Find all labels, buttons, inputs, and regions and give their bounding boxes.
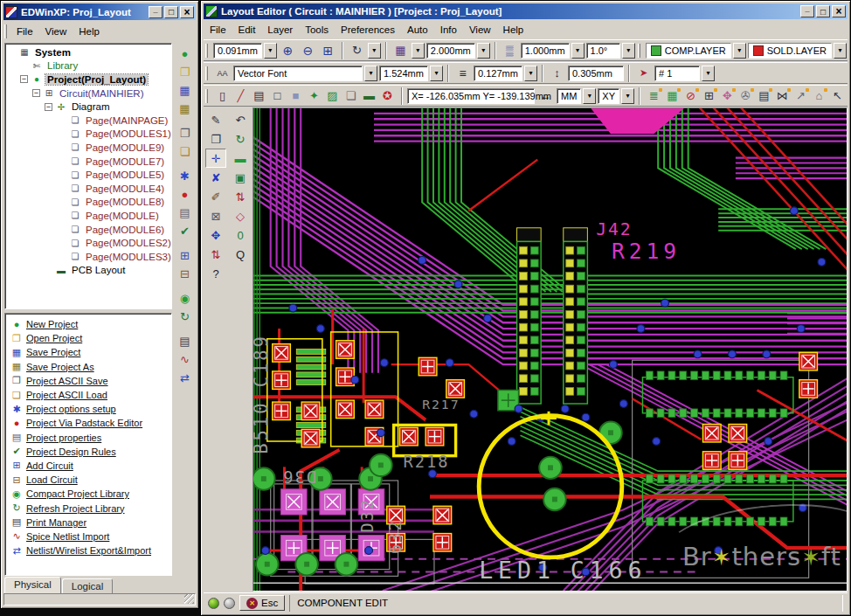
toolbar-grip[interactable] <box>205 66 208 80</box>
measure-icon[interactable]: ↗ <box>792 87 810 105</box>
tree-item[interactable]: ❏ Page(MODULE4) <box>6 182 171 196</box>
track-mode-icon[interactable]: ▬ <box>230 149 251 168</box>
tree-item-label[interactable]: Page(MODULES1) <box>84 128 172 139</box>
project-ascii-load-icon[interactable]: ❏ <box>175 142 196 161</box>
zoom-out-icon[interactable] <box>299 42 317 59</box>
rotate-icon[interactable]: ↻ <box>230 129 251 149</box>
project-window-titlebar[interactable]: EDWinXP: Proj_Layout <box>3 3 196 20</box>
action-link[interactable]: Spice Netlist Import <box>26 531 109 542</box>
tree-item[interactable]: ❏ Page(MODULE8) <box>6 196 171 210</box>
grid-value-field[interactable]: 2.000mm <box>426 43 475 59</box>
tree-expander-icon[interactable]: − <box>20 75 28 83</box>
solder-layer-select[interactable]: SOLD.LAYER <box>748 43 832 59</box>
maximize-button[interactable] <box>164 6 178 18</box>
spice-icon[interactable]: ∿ <box>175 350 196 369</box>
polygon-select-icon[interactable]: ⌂ <box>810 87 828 105</box>
component-layer-select[interactable]: COMP.LAYER <box>646 43 731 59</box>
tree-item[interactable]: ❏ Page(MODULES2) <box>6 236 171 250</box>
tab[interactable]: Logical <box>62 578 113 594</box>
toolbar-grip[interactable] <box>205 44 208 58</box>
tree-item[interactable]: ❏ Page(MAINPAGE) <box>6 114 171 128</box>
save-project-as-icon[interactable]: ▦ <box>175 100 196 118</box>
trace-width-dropdown[interactable] <box>264 43 277 59</box>
action-link-row[interactable]: ↻ Refresh Project Library <box>7 501 171 515</box>
menu-item[interactable]: View <box>39 24 73 38</box>
pin-tool-icon[interactable]: ✪ <box>378 87 397 105</box>
pin-number-dropdown[interactable] <box>702 66 715 81</box>
font-name-field[interactable]: Vector Font <box>233 66 363 81</box>
edit-trace-icon[interactable]: ✐ <box>205 187 226 206</box>
comp-layer-dropdown[interactable] <box>733 43 746 59</box>
open-project-icon[interactable]: ❐ <box>175 63 196 81</box>
toggle-off-on-icon[interactable]: ⇅ <box>205 245 226 264</box>
power-plane-icon[interactable]: ✦ <box>305 87 323 105</box>
load-circuit-icon[interactable]: ⊟ <box>175 265 196 283</box>
origin-icon[interactable]: ◇ <box>230 206 251 225</box>
menu-item[interactable]: Help <box>497 23 530 37</box>
no-entry-icon[interactable]: ⊘ <box>681 87 700 105</box>
esc-button[interactable]: Esc <box>239 595 285 611</box>
action-link-row[interactable]: ⇄ Netlist/Wirelist Export&Import <box>7 543 171 557</box>
action-link-row[interactable]: ▤ Project properties <box>7 431 171 445</box>
menu-item[interactable]: View <box>463 23 497 37</box>
tree-item-label[interactable]: Page(MODULE6) <box>84 225 166 235</box>
action-link[interactable]: Project Design Rules <box>26 446 116 457</box>
menu-item[interactable]: Info <box>434 23 463 37</box>
netlist-icon[interactable]: ⇄ <box>175 369 196 387</box>
menu-item[interactable]: File <box>10 24 39 38</box>
action-link[interactable]: Print Manager <box>26 517 86 528</box>
snap-grid-icon[interactable] <box>501 42 519 59</box>
tree-item-label[interactable]: Diagram <box>70 101 111 112</box>
pick-pin-icon[interactable] <box>634 65 653 82</box>
tree-expander-icon[interactable]: − <box>32 89 40 97</box>
action-link-row[interactable]: ● New Project <box>7 317 171 331</box>
action-link-row[interactable]: ✔ Project Design Rules <box>7 445 171 459</box>
menu-item[interactable]: File <box>204 23 232 37</box>
action-link[interactable]: Load Circuit <box>26 474 78 485</box>
design-rules-icon[interactable]: ✔ <box>175 222 196 240</box>
action-link[interactable]: Netlist/Wirelist Export&Import <box>26 545 151 556</box>
tree-item-label[interactable]: Project(Proj_Layout) <box>45 74 148 85</box>
coord-mode-dropdown[interactable] <box>621 88 634 104</box>
tree-item[interactable]: ❏ Page(MODULE9) <box>6 141 171 155</box>
lock-icon[interactable]: ⊠ <box>205 206 226 225</box>
action-link[interactable]: New Project <box>26 319 78 329</box>
ratsnest-icon[interactable]: ╱ <box>232 87 250 105</box>
toolbar-grip[interactable] <box>205 89 208 103</box>
action-link-row[interactable]: ▦ Save Project As <box>7 360 171 374</box>
via-padstack-icon[interactable]: ● <box>175 185 196 204</box>
rotate-zero-icon[interactable]: 0 <box>230 225 251 245</box>
tree-item-label[interactable]: Page(MODULE7) <box>84 156 166 167</box>
trace-width-field[interactable]: 0.091mm <box>213 43 262 59</box>
context-help-icon[interactable]: ? <box>205 264 226 283</box>
pcb-canvas[interactable]: J42R219LED1C166B510 C189D36D32632R218R21… <box>253 107 848 592</box>
action-link[interactable]: Save Project <box>26 347 80 357</box>
font-dropdown[interactable] <box>364 66 377 81</box>
layout-window-titlebar[interactable]: Layout Editor ( Circuit : MAINHIER ) [Pr… <box>204 3 848 19</box>
zoom-window-icon[interactable] <box>319 42 337 59</box>
pour-copper-icon[interactable]: ▨ <box>323 87 342 105</box>
tree-item[interactable]: ❏ Page(MODULE5) <box>6 168 171 182</box>
tree-item[interactable]: − ⊞ Circuit(MAINHIER) <box>6 87 171 100</box>
action-link-row[interactable]: ⊟ Load Circuit <box>7 473 171 487</box>
units-dropdown[interactable] <box>583 88 596 104</box>
action-link-row[interactable]: ◉ Compact Project Library <box>7 487 171 501</box>
grid-dropdown[interactable] <box>412 43 425 59</box>
tree-item[interactable]: ▬ PCB Layout <box>6 264 171 278</box>
redraw-dropdown[interactable] <box>368 43 381 59</box>
tree-item[interactable]: ❏ Page(MODULES1) <box>6 128 171 142</box>
sold-layer-dropdown[interactable] <box>834 43 847 59</box>
spacing-field[interactable]: 0.305mm <box>568 66 624 81</box>
tree-item-label[interactable]: Library <box>45 60 80 71</box>
label-frame-icon[interactable]: ▤ <box>755 87 773 105</box>
action-link[interactable]: Project ASCII Load <box>26 390 107 400</box>
delete-icon[interactable]: ✘ <box>205 168 226 187</box>
action-link[interactable]: Project Via Padstack Editor <box>26 418 142 428</box>
redraw-icon[interactable] <box>348 42 366 59</box>
text-size-field[interactable]: 1.524mm <box>379 66 428 81</box>
angle-dropdown[interactable] <box>622 43 635 59</box>
select-cursor-icon[interactable]: ↖ <box>828 87 847 105</box>
move-component-icon[interactable]: ✥ <box>205 225 226 245</box>
action-link-row[interactable]: ▤ Print Manager <box>7 516 171 529</box>
action-link-row[interactable]: ❐ Open Project <box>7 331 171 345</box>
